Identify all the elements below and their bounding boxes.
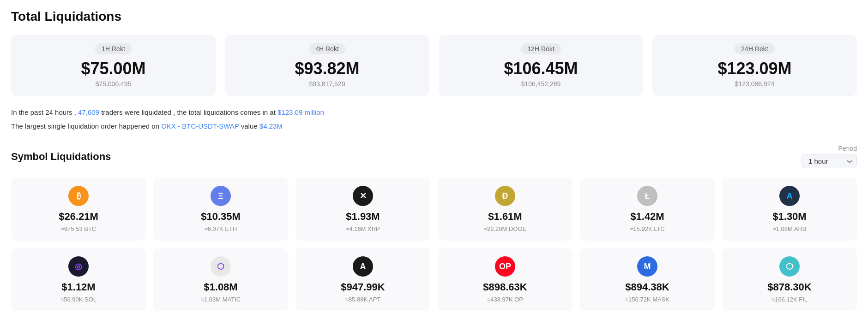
summary-prefix-2: The largest single liquidation order hap…	[11, 122, 161, 130]
rekt-exact-4: $123,086,924	[735, 80, 775, 88]
page-title: Total Liquidations	[11, 9, 857, 24]
xrp-approx: ≈4.16M XRP	[346, 225, 380, 232]
symbol-card-eth: Ξ $10.35M ≈6.07K ETH	[153, 177, 288, 241]
period-select-wrapper[interactable]: 1 hour4 hours12 hours24 hours	[802, 154, 857, 168]
matic-value: $1.08M	[204, 281, 237, 293]
rekt-cards-container: 1H Rekt $75.00M $75,000,495 4H Rekt $93.…	[11, 35, 857, 96]
matic-icon: ⬡	[211, 256, 231, 277]
sol-value: $1.12M	[61, 281, 95, 293]
rekt-value-2: $93.82M	[295, 59, 359, 78]
doge-approx: ≈22.20M DOGE	[484, 225, 526, 232]
rekt-exact-3: $106,452,289	[521, 80, 561, 88]
rekt-value-1: $75.00M	[81, 59, 145, 78]
xrp-icon: ✕	[353, 186, 373, 206]
eth-icon: Ξ	[211, 186, 231, 206]
largest-value: $4.23M	[259, 122, 283, 130]
op-value: $898.63K	[483, 281, 527, 293]
period-container: Period 1 hour4 hours12 hours24 hours	[802, 145, 857, 168]
summary-suffix-2: value	[239, 122, 259, 130]
btc-icon: ₿	[68, 186, 89, 206]
exchange-name: OKX - BTC-USDT-SWAP	[161, 122, 239, 130]
rekt-exact-2: $93,817,529	[309, 80, 345, 88]
symbol-grid-row2: ◎ $1.12M ≈56.90K SOL ⬡ $1.08M ≈1.03M MAT…	[11, 248, 857, 311]
ltc-value: $1.42M	[630, 211, 664, 223]
symbol-card-sol: ◎ $1.12M ≈56.90K SOL	[11, 248, 146, 311]
rekt-label-4: 24H Rekt	[735, 43, 774, 54]
symbol-card-ltc: Ł $1.42M ≈15.92K LTC	[580, 177, 715, 241]
summary-prefix-1: In the past 24 hours ,	[11, 108, 78, 116]
doge-icon: Ð	[495, 186, 515, 206]
matic-approx: ≈1.03M MATIC	[201, 296, 241, 303]
period-select[interactable]: 1 hour4 hours12 hours24 hours	[802, 154, 857, 168]
fil-approx: ≈166.12K FIL	[772, 296, 808, 303]
eth-approx: ≈6.07K ETH	[205, 225, 237, 232]
symbol-card-fil: ⬡ $878.30K ≈166.12K FIL	[722, 248, 857, 311]
rekt-label-2: 4H Rekt	[309, 43, 345, 54]
op-icon: OP	[495, 256, 515, 277]
rekt-card-4: 24H Rekt $123.09M $123,086,924	[652, 35, 857, 96]
summary-line1: In the past 24 hours , 47,609 traders we…	[11, 107, 857, 118]
symbol-section-title: Symbol Liquidations	[11, 151, 111, 163]
doge-value: $1.61M	[488, 211, 522, 223]
sol-approx: ≈56.90K SOL	[60, 296, 96, 303]
symbol-card-matic: ⬡ $1.08M ≈1.03M MATIC	[153, 248, 288, 311]
arb-value: $1.30M	[772, 211, 806, 223]
btc-value: $26.21M	[59, 211, 98, 223]
mask-value: $894.38K	[625, 281, 669, 293]
symbol-card-mask: M $894.38K ≈156.72K MASK	[580, 248, 715, 311]
rekt-value-3: $106.45M	[504, 59, 578, 78]
xrp-value: $1.93M	[346, 211, 380, 223]
symbol-section-header: Symbol Liquidations Period 1 hour4 hours…	[11, 145, 857, 168]
rekt-card-1: 1H Rekt $75.00M $75,000,495	[11, 35, 216, 96]
summary-section: In the past 24 hours , 47,609 traders we…	[11, 107, 857, 132]
symbol-card-xrp: ✕ $1.93M ≈4.16M XRP	[295, 177, 430, 241]
traders-count: 47,609	[78, 108, 99, 116]
eth-value: $10.35M	[201, 211, 241, 223]
sol-icon: ◎	[68, 256, 89, 277]
symbol-card-doge: Ð $1.61M ≈22.20M DOGE	[438, 177, 573, 241]
symbol-grid-row1: ₿ $26.21M ≈975.53 BTC Ξ $10.35M ≈6.07K E…	[11, 177, 857, 241]
ltc-icon: Ł	[637, 186, 657, 206]
period-label: Period	[838, 145, 857, 152]
apt-icon: A	[353, 256, 373, 277]
symbol-card-op: OP $898.63K ≈433.97K OP	[438, 248, 573, 311]
total-value: $123.09 million	[277, 108, 324, 116]
arb-icon: A	[779, 186, 800, 206]
op-approx: ≈433.97K OP	[487, 296, 523, 303]
btc-approx: ≈975.53 BTC	[61, 225, 96, 232]
rekt-label-3: 12H Rekt	[521, 43, 561, 54]
ltc-approx: ≈15.92K LTC	[630, 225, 665, 232]
symbol-card-apt: A $947.99K ≈85.88K APT	[295, 248, 430, 311]
summary-middle-1: traders were liquidated , the total liqu…	[99, 108, 277, 116]
mask-icon: M	[637, 256, 657, 277]
fil-value: $878.30K	[767, 281, 811, 293]
apt-approx: ≈85.88K APT	[345, 296, 381, 303]
apt-value: $947.99K	[341, 281, 385, 293]
rekt-card-3: 12H Rekt $106.45M $106,452,289	[439, 35, 643, 96]
arb-approx: ≈1.08M ARB	[773, 225, 807, 232]
symbol-card-btc: ₿ $26.21M ≈975.53 BTC	[11, 177, 146, 241]
mask-approx: ≈156.72K MASK	[625, 296, 669, 303]
rekt-value-4: $123.09M	[717, 59, 791, 78]
symbol-card-arb: A $1.30M ≈1.08M ARB	[722, 177, 857, 241]
fil-icon: ⬡	[779, 256, 800, 277]
summary-line2: The largest single liquidation order hap…	[11, 121, 857, 132]
rekt-card-2: 4H Rekt $93.82M $93,817,529	[225, 35, 429, 96]
rekt-exact-1: $75,000,495	[96, 80, 132, 88]
rekt-label-1: 1H Rekt	[95, 43, 132, 54]
